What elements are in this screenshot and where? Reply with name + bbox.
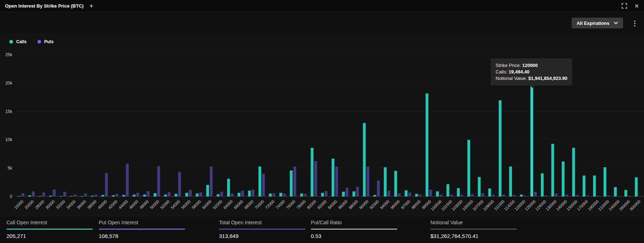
call-bar[interactable] bbox=[248, 190, 251, 197]
call-bar[interactable] bbox=[164, 194, 167, 197]
bar-group-82000[interactable]: 82000 bbox=[319, 55, 330, 197]
call-bar[interactable] bbox=[394, 171, 397, 197]
call-bar[interactable] bbox=[18, 196, 21, 197]
put-bar[interactable] bbox=[408, 192, 411, 197]
bar-group-20000[interactable]: 20000 bbox=[26, 55, 37, 197]
put-bar[interactable] bbox=[345, 188, 349, 197]
add-icon[interactable]: + bbox=[89, 3, 93, 9]
put-bar[interactable] bbox=[596, 195, 600, 197]
call-bar[interactable] bbox=[603, 167, 607, 197]
call-bar[interactable] bbox=[478, 177, 481, 197]
bar-group-74000[interactable]: 74000 bbox=[277, 55, 288, 197]
bar-group-64000[interactable]: 64000 bbox=[225, 55, 236, 197]
put-bar[interactable] bbox=[325, 191, 328, 197]
call-bar[interactable] bbox=[321, 193, 324, 197]
put-bar[interactable] bbox=[544, 195, 547, 197]
put-bar[interactable] bbox=[21, 193, 24, 197]
call-bar[interactable] bbox=[593, 175, 596, 197]
bar-group-260000[interactable]: 260000 bbox=[622, 55, 633, 197]
put-bar[interactable] bbox=[251, 189, 255, 197]
call-bar[interactable] bbox=[185, 193, 188, 197]
put-bar[interactable] bbox=[178, 172, 181, 197]
kebab-menu-icon[interactable]: ⋮ bbox=[631, 20, 638, 27]
call-bar[interactable] bbox=[498, 100, 502, 197]
bar-group-52000[interactable]: 52000 bbox=[162, 55, 173, 197]
call-bar[interactable] bbox=[614, 187, 617, 197]
bar-group-80000[interactable]: 80000 bbox=[309, 55, 319, 197]
put-bar[interactable] bbox=[377, 180, 380, 197]
put-bar[interactable] bbox=[398, 193, 401, 197]
call-bar[interactable] bbox=[112, 195, 115, 197]
put-bar[interactable] bbox=[335, 166, 338, 197]
put-bar[interactable] bbox=[366, 166, 370, 197]
bar-group-50000[interactable]: 50000 bbox=[152, 55, 162, 197]
put-bar[interactable] bbox=[617, 196, 621, 197]
put-bar[interactable] bbox=[199, 192, 202, 197]
put-bar[interactable] bbox=[63, 192, 66, 197]
call-bar[interactable] bbox=[520, 194, 523, 197]
put-bar[interactable] bbox=[220, 192, 223, 197]
put-bar[interactable] bbox=[460, 195, 464, 197]
put-bar[interactable] bbox=[241, 190, 244, 197]
call-bar[interactable] bbox=[196, 193, 199, 197]
bar-group-40000[interactable]: 40000 bbox=[99, 55, 110, 197]
call-bar[interactable] bbox=[562, 161, 565, 197]
put-bar[interactable] bbox=[32, 191, 35, 197]
bar-group-30000[interactable]: 30000 bbox=[47, 55, 58, 197]
bar-group-84000[interactable]: 84000 bbox=[330, 55, 340, 197]
call-bar[interactable] bbox=[436, 191, 439, 197]
bar-group-46000[interactable]: 46000 bbox=[131, 55, 141, 197]
put-bar[interactable] bbox=[105, 173, 108, 197]
bar-group-94000[interactable]: 94000 bbox=[382, 55, 392, 197]
bar-group-56000[interactable]: 56000 bbox=[183, 55, 194, 197]
bar-group-78000[interactable]: 78000 bbox=[298, 55, 309, 197]
call-bar[interactable] bbox=[133, 194, 136, 197]
call-bar[interactable] bbox=[300, 193, 303, 197]
bar-group-86000[interactable]: 86000 bbox=[340, 55, 350, 197]
bar-group-44000[interactable]: 44000 bbox=[120, 55, 131, 197]
put-bar[interactable] bbox=[272, 193, 276, 197]
put-bar[interactable] bbox=[94, 194, 98, 197]
call-bar[interactable] bbox=[227, 179, 230, 197]
bar-group-190000[interactable]: 190000 bbox=[591, 55, 601, 197]
call-bar[interactable] bbox=[49, 195, 52, 197]
call-bar[interactable] bbox=[572, 148, 575, 197]
call-bar-hovered[interactable] bbox=[530, 86, 533, 197]
call-bar[interactable] bbox=[39, 196, 42, 197]
legend-item-puts[interactable]: Puts bbox=[37, 39, 54, 44]
call-bar[interactable] bbox=[624, 190, 627, 197]
bar-group-32000[interactable]: 32000 bbox=[58, 55, 68, 197]
bar-group-34000[interactable]: 34000 bbox=[68, 55, 79, 197]
bar-group-300000[interactable]: 300000 bbox=[633, 55, 643, 197]
put-bar[interactable] bbox=[115, 194, 118, 197]
bar-group-66000[interactable]: 66000 bbox=[236, 55, 246, 197]
put-bar[interactable] bbox=[283, 193, 286, 197]
call-bar[interactable] bbox=[582, 175, 586, 197]
call-bar[interactable] bbox=[310, 148, 314, 197]
call-bar[interactable] bbox=[425, 93, 429, 197]
call-bar[interactable] bbox=[290, 170, 293, 197]
call-bar[interactable] bbox=[122, 195, 125, 197]
bar-group-92000[interactable]: 92000 bbox=[371, 55, 382, 197]
put-bar[interactable] bbox=[628, 195, 631, 197]
put-bar[interactable] bbox=[126, 163, 129, 197]
call-bar[interactable] bbox=[216, 194, 220, 197]
put-bar[interactable] bbox=[492, 194, 495, 197]
bar-group-100500[interactable]: 100500 bbox=[434, 55, 444, 197]
call-bar[interactable] bbox=[70, 196, 73, 197]
put-bar[interactable] bbox=[210, 166, 213, 197]
legend-item-calls[interactable]: Calls bbox=[9, 39, 27, 44]
bar-group-62000[interactable]: 62000 bbox=[215, 55, 225, 197]
call-bar[interactable] bbox=[28, 195, 31, 197]
call-bar[interactable] bbox=[143, 194, 146, 197]
put-bar[interactable] bbox=[523, 195, 527, 197]
call-bar[interactable] bbox=[457, 188, 460, 197]
bar-group-76000[interactable]: 76000 bbox=[288, 55, 298, 197]
put-bar[interactable] bbox=[471, 194, 474, 197]
bar-group-60000[interactable]: 60000 bbox=[204, 55, 215, 197]
call-bar[interactable] bbox=[352, 191, 355, 197]
bar-group-107000[interactable]: 107000 bbox=[476, 55, 486, 197]
bar-group-101500[interactable]: 101500 bbox=[444, 55, 455, 197]
close-icon[interactable]: ✕ bbox=[634, 3, 639, 9]
bar-group-70000[interactable]: 70000 bbox=[256, 55, 267, 197]
